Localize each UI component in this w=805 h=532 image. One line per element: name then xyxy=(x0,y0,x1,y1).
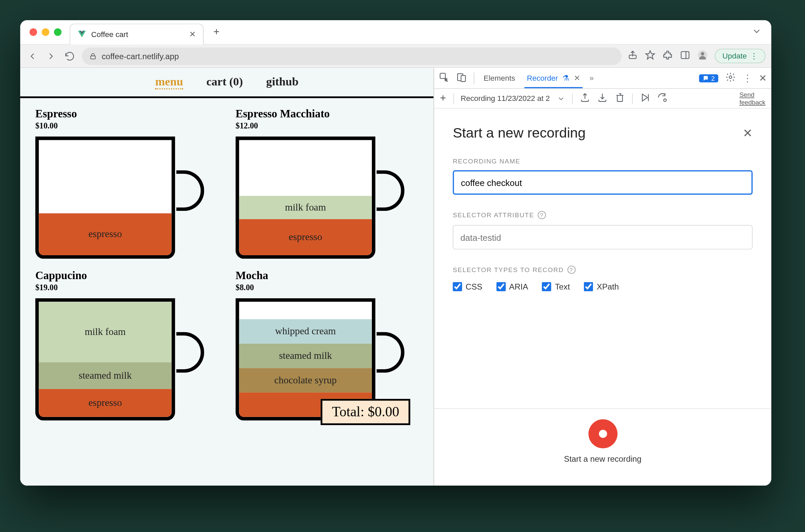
product-card[interactable]: Cappucino$19.00espressosteamed milkmilk … xyxy=(35,269,218,420)
close-devtools-icon[interactable]: ✕ xyxy=(759,73,766,84)
coffee-layer: milk foam xyxy=(239,196,371,219)
check-aria[interactable]: ARIA xyxy=(496,282,528,291)
check-css[interactable]: CSS xyxy=(453,282,482,291)
tab-recorder[interactable]: Recorder ⚗ ✕ xyxy=(525,69,583,88)
svg-rect-9 xyxy=(461,75,465,81)
back-button[interactable] xyxy=(26,50,39,62)
recorder-body: Start a new recording ✕ RECORDING NAME S… xyxy=(434,109,771,486)
product-price: $12.00 xyxy=(236,121,418,131)
coffee-layer: milk foam xyxy=(39,302,171,362)
cup-handle-icon xyxy=(176,332,204,373)
selector-type-checks: CSS ARIA Text XPath xyxy=(453,282,752,291)
close-window-icon[interactable] xyxy=(30,28,37,36)
window-titlebar: Coffee cart ✕ + xyxy=(20,20,771,45)
coffee-layer: espresso xyxy=(39,389,171,417)
svg-rect-3 xyxy=(681,52,689,58)
delete-icon[interactable] xyxy=(615,93,625,104)
coffee-cup-icon: espressomilk foam xyxy=(236,136,375,259)
share-icon[interactable] xyxy=(628,50,638,62)
lock-icon xyxy=(89,52,97,60)
bookmark-icon[interactable] xyxy=(645,50,655,62)
product-card[interactable]: Espresso Macchiato$12.00espressomilk foa… xyxy=(236,108,418,259)
browser-tab[interactable]: Coffee cart ✕ xyxy=(70,23,204,44)
cup-handle-icon xyxy=(377,170,404,211)
tab-title: Coffee cart xyxy=(91,30,128,39)
recording-dropdown[interactable]: Recording 11/23/2022 at 2 xyxy=(461,94,550,103)
replay-settings-icon[interactable] xyxy=(657,93,667,104)
web-page: menu cart (0) github Espresso$10.00espre… xyxy=(20,68,434,486)
sidepanel-icon[interactable] xyxy=(680,50,690,62)
product-name: Espresso xyxy=(35,108,218,120)
coffee-layer: espresso xyxy=(239,219,371,255)
selector-attribute-input[interactable] xyxy=(453,225,752,249)
recorder-footer: Start a new recording xyxy=(434,408,771,470)
svg-point-13 xyxy=(664,99,666,101)
svg-marker-2 xyxy=(646,51,655,59)
product-price: $19.00 xyxy=(35,283,218,292)
tabs-menu-icon[interactable] xyxy=(751,25,762,38)
kebab-icon[interactable]: ⋮ xyxy=(743,73,752,84)
extensions-icon[interactable] xyxy=(662,50,673,62)
device-icon[interactable] xyxy=(456,72,467,84)
url-text: coffee-cart.netlify.app xyxy=(102,52,179,61)
traffic-lights xyxy=(30,28,61,36)
forward-button[interactable] xyxy=(45,50,57,62)
record-button[interactable] xyxy=(588,419,618,449)
toolbar-right: Update ⋮ xyxy=(628,49,766,63)
minimize-window-icon[interactable] xyxy=(42,28,49,36)
cup-handle-icon xyxy=(176,170,204,211)
close-tab-icon[interactable]: ✕ xyxy=(189,30,196,39)
nav-github[interactable]: github xyxy=(266,75,298,90)
page-nav: menu cart (0) github xyxy=(20,68,434,96)
close-panel-icon[interactable]: ✕ xyxy=(743,126,752,140)
check-xpath[interactable]: XPath xyxy=(584,282,619,291)
selector-attribute-label: SELECTOR ATTRIBUTE ? xyxy=(453,211,752,219)
coffee-cup-icon: espresso xyxy=(35,136,175,259)
new-tab-button[interactable]: + xyxy=(208,24,224,40)
issues-badge[interactable]: 2 xyxy=(699,74,718,82)
update-button[interactable]: Update ⋮ xyxy=(715,49,765,63)
close-tab-icon[interactable]: ✕ xyxy=(574,73,580,82)
devtools-panel: Elements Recorder ⚗ ✕ » 2 ⋮ ✕ xyxy=(434,68,771,486)
selector-types-label: SELECTOR TYPES TO RECORD ? xyxy=(453,266,752,274)
nav-cart[interactable]: cart (0) xyxy=(206,75,243,90)
svg-marker-11 xyxy=(642,94,647,101)
product-grid: Espresso$10.00espressoEspresso Macchiato… xyxy=(20,98,434,430)
check-text[interactable]: Text xyxy=(542,282,570,291)
product-price: $8.00 xyxy=(236,283,418,292)
replay-icon[interactable] xyxy=(639,93,650,104)
url-bar: coffee-cart.netlify.app Update ⋮ xyxy=(20,45,771,68)
product-name: Mocha xyxy=(236,269,418,282)
recording-name-label: RECORDING NAME xyxy=(453,157,752,165)
svg-rect-0 xyxy=(91,56,95,58)
coffee-layer: espresso xyxy=(39,213,171,255)
reload-button[interactable] xyxy=(63,50,76,62)
send-feedback-link[interactable]: Send feedback xyxy=(739,92,765,106)
coffee-cup-icon: espressosteamed milkmilk foam xyxy=(35,298,175,420)
coffee-layer: steamed milk xyxy=(239,344,371,368)
add-recording-icon[interactable]: + xyxy=(440,93,446,104)
help-icon[interactable]: ? xyxy=(567,266,575,274)
vue-icon xyxy=(77,30,87,39)
recording-name-input[interactable] xyxy=(453,170,752,195)
export-icon[interactable] xyxy=(580,93,590,104)
inspect-icon[interactable] xyxy=(439,72,449,84)
svg-point-6 xyxy=(701,52,705,55)
product-card[interactable]: Mocha$8.00chocolate syrupsteamed milkwhi… xyxy=(236,269,418,420)
panel-title: Start a new recording xyxy=(453,125,586,141)
nav-menu[interactable]: menu xyxy=(155,75,183,90)
maximize-window-icon[interactable] xyxy=(54,28,61,36)
total-badge[interactable]: Total: $0.00 xyxy=(321,399,410,425)
coffee-layer: steamed milk xyxy=(39,362,171,389)
product-card[interactable]: Espresso$10.00espresso xyxy=(35,108,218,259)
more-tabs-icon[interactable]: » xyxy=(590,74,594,82)
start-recording-label: Start a new recording xyxy=(564,454,641,464)
tab-elements[interactable]: Elements xyxy=(481,69,517,87)
import-icon[interactable] xyxy=(597,93,607,104)
chevron-down-icon[interactable] xyxy=(557,95,565,102)
omnibox[interactable]: coffee-cart.netlify.app xyxy=(82,47,622,64)
svg-point-10 xyxy=(729,76,732,79)
help-icon[interactable]: ? xyxy=(538,211,546,219)
gear-icon[interactable] xyxy=(725,72,736,84)
profile-icon[interactable] xyxy=(697,50,708,62)
